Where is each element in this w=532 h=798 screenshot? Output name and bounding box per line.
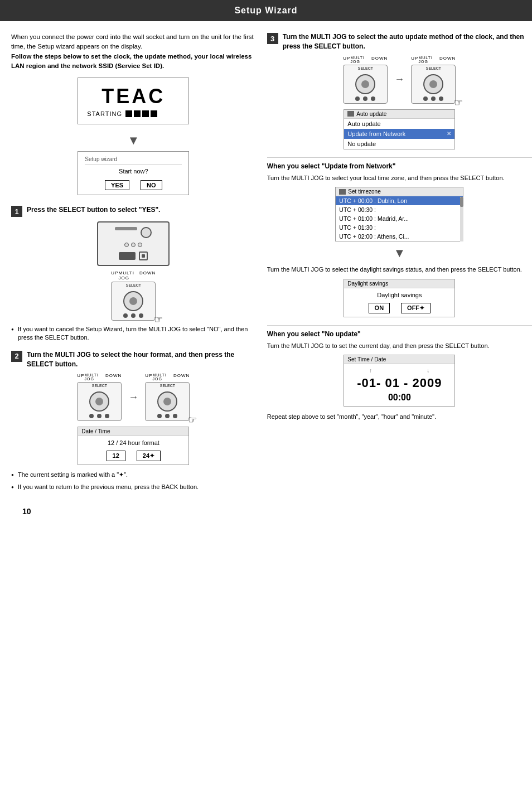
step2-header: 2 Turn the MULTI JOG to select the hour …	[11, 350, 256, 369]
jog-select-label-step2a: SELECT	[92, 384, 107, 388]
jog-unit-step3a: UP MULTI JOG DOWN SELECT	[343, 56, 388, 104]
jog-buttons-step1	[123, 313, 143, 318]
bullet-step2a: The current setting is marked with a "✦"…	[11, 471, 256, 479]
teac-block-4	[151, 110, 157, 117]
jog-pair-step2: UP MULTI JOG DOWN SELECT	[11, 373, 256, 421]
step3-section: 3 Turn the MULTI JOG to select the auto …	[267, 32, 532, 149]
selected-check: ✕	[447, 130, 451, 137]
tz-title: Set timezone	[336, 187, 463, 196]
wizard-dialog: Setup wizard Start now? YES NO	[78, 151, 189, 195]
jog-body-step3a: SELECT	[343, 65, 388, 104]
arrow-down-date: ↓	[427, 367, 429, 374]
step3-number: 3	[267, 33, 278, 44]
step2-number: 2	[11, 351, 22, 362]
st-title: Set Time / Date	[344, 355, 454, 364]
jog-center-step1	[129, 297, 137, 305]
menu-item-auto-update[interactable]: Auto update	[344, 119, 454, 129]
jog-circle-step3b	[423, 74, 443, 94]
device-image-step1	[97, 221, 170, 266]
arrow-right-step2: →	[128, 391, 138, 403]
menu-icon-auto	[347, 111, 354, 117]
jog-circle-step1	[123, 291, 143, 311]
jog-circle-step2a	[89, 391, 109, 412]
btn-12hr[interactable]: 12	[107, 451, 125, 461]
step2-title: Turn the MULTI JOG to select the hour fo…	[27, 350, 256, 369]
teac-block-2	[134, 110, 141, 117]
divider-noupdate	[267, 325, 532, 326]
jog-btn-1[interactable]	[123, 313, 128, 318]
st-arrows: ↑ ↓	[347, 367, 451, 374]
ds-btn-row: ON OFF✦	[347, 303, 451, 313]
right-column: 3 Turn the MULTI JOG to select the auto …	[267, 32, 532, 520]
jog-label-step2a: UP MULTI JOG DOWN	[77, 373, 122, 381]
set-time-dialog: Set Time / Date ↑ ↓ -01- 01 - 2009 00:00	[344, 355, 455, 407]
no-button[interactable]: NO	[141, 180, 162, 190]
wizard-dialog-title: Setup wizard	[85, 156, 182, 165]
jog-btn-3[interactable]	[139, 313, 143, 318]
ds-content: Daylight savings ON OFF✦	[344, 288, 454, 317]
tz-item-3[interactable]: UTC + 01:30 :	[336, 223, 463, 232]
jog-unit-step1: UP MULTI JOG DOWN SELECT	[111, 270, 156, 321]
tz-item-1[interactable]: UTC + 00:30 :	[336, 205, 463, 214]
st-content: ↑ ↓ -01- 01 - 2009 00:00	[344, 364, 454, 406]
date-time-dialog: Date / Time 12 / 24 hour format 12 24✦	[78, 427, 189, 465]
jog-select-label-step1: SELECT	[126, 283, 141, 287]
daylight-text: Turn the MULTI JOG to select the dayligh…	[267, 265, 532, 274]
jog-buttons-step2a	[89, 414, 109, 418]
step3-header: 3 Turn the MULTI JOG to select the auto …	[267, 32, 532, 51]
section-noupdate-subtitle: When you select "No update"	[267, 330, 532, 338]
jog-label-step2b: UP MULTI JOG DOWN	[145, 373, 190, 381]
bullet-list-step2: The current setting is marked with a "✦"…	[11, 471, 256, 491]
auto-update-menu: Auto update Auto update Update from Netw…	[344, 109, 455, 149]
jog-btn-2[interactable]	[131, 313, 136, 318]
teac-blocks	[125, 110, 157, 117]
btn-on[interactable]: ON	[369, 303, 390, 313]
jog-pair-step3: UP MULTI JOG DOWN SELECT	[267, 56, 532, 104]
jog-select-label-step3a: SELECT	[358, 66, 373, 70]
step3-title: Turn the MULTI JOG to select the auto up…	[283, 32, 532, 51]
section-noupdate-text: Turn the MULTI JOG to to set the current…	[267, 341, 532, 351]
jog-body-step2b: SELECT ☞	[145, 382, 190, 421]
teac-block-1	[125, 110, 132, 117]
jog-unit-step2a: UP MULTI JOG DOWN SELECT	[77, 373, 122, 421]
tz-menu-icon	[339, 189, 346, 195]
jog-buttons-step3b	[423, 96, 443, 101]
wizard-dialog-buttons: YES NO	[85, 180, 182, 190]
header-title: Setup Wizard	[234, 6, 297, 15]
btn-24hr[interactable]: 24✦	[137, 451, 161, 461]
bullet-list-step1: If you want to cancel the Setup Wizard, …	[11, 325, 256, 342]
arrow-down-1: ▼	[11, 133, 256, 148]
daylight-savings-dialog: Daylight savings Daylight savings ON OFF…	[344, 279, 455, 317]
jog-select-label-step2b: SELECT	[160, 384, 175, 388]
arrow-down-tz: ▼	[267, 246, 532, 260]
tz-item-0[interactable]: UTC + 00:00 : Dublin, Lon	[336, 196, 463, 205]
divider-network	[267, 157, 532, 158]
step1-number: 1	[11, 206, 22, 217]
jog-body-step2a: SELECT	[77, 382, 122, 421]
wizard-dialog-question: Start now?	[85, 168, 182, 175]
arrow-right-step3: →	[394, 74, 404, 85]
left-column: When you connect the power cord into the…	[11, 32, 256, 520]
menu-item-no-update[interactable]: No update	[344, 139, 454, 149]
jog-buttons-step2b	[157, 414, 177, 418]
section-network-text: Turn the MULTI JOG to select your local …	[267, 173, 532, 183]
yes-button[interactable]: YES	[105, 180, 129, 190]
tz-item-4[interactable]: UTC + 02:00 : Athens, Ci...	[336, 232, 463, 241]
jog-label-step3a: UP MULTI JOG DOWN	[343, 56, 388, 64]
teac-starting: STARTING	[87, 110, 180, 117]
teac-logo: TEAC	[87, 85, 180, 108]
hand-icon-step3: ☞	[454, 96, 463, 109]
hand-icon-step1: ☞	[154, 313, 163, 326]
menu-item-network[interactable]: Update from Network ✕	[344, 129, 454, 139]
tz-item-2[interactable]: UTC + 01:00 : Madrid, Ar...	[336, 214, 463, 223]
repeat-text: Repeat step above to set "month", "year"…	[267, 412, 532, 422]
jog-step1: UP MULTI JOG DOWN SELECT	[11, 270, 256, 321]
scrollbar-thumb[interactable]	[460, 197, 463, 207]
page-number: 10	[11, 502, 256, 520]
btn-off[interactable]: OFF✦	[401, 303, 431, 313]
jog-select-label-step3b: SELECT	[426, 66, 441, 70]
jog-unit-step3b: UP MULTI JOG DOWN SELECT	[411, 56, 456, 104]
jog-buttons-step3a	[355, 96, 375, 101]
hand-icon-step2: ☞	[188, 414, 197, 426]
jog-circle-step3a	[355, 74, 375, 94]
